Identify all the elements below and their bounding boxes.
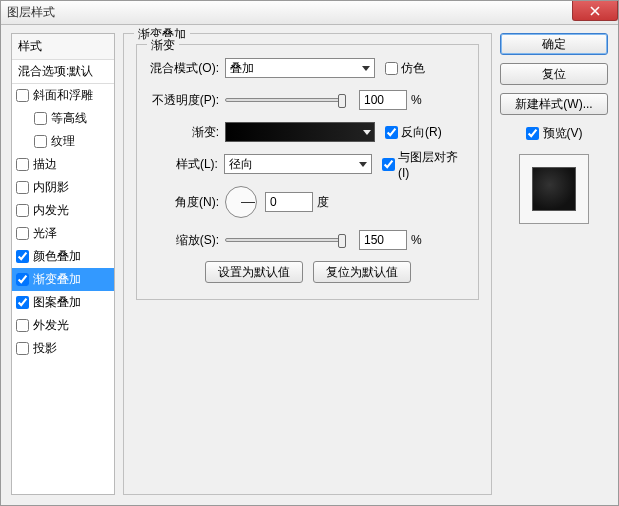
- dither-checkbox[interactable]: 仿色: [385, 60, 425, 77]
- style-item-checkbox[interactable]: [16, 204, 29, 217]
- preview-label: 预览(V): [543, 125, 583, 142]
- style-value: 径向: [229, 156, 253, 173]
- gradient-fieldset: 渐变 混合模式(O): 叠加 仿色 不透明度(P):: [136, 44, 479, 300]
- reverse-label: 反向(R): [401, 124, 442, 141]
- default-buttons-row: 设置为默认值 复位为默认值: [147, 261, 468, 283]
- middle-column: 渐变叠加 渐变 混合模式(O): 叠加 仿色: [123, 33, 492, 495]
- dialog-body: 样式 混合选项:默认 斜面和浮雕等高线纹理描边内阴影内发光光泽颜色叠加渐变叠加图…: [1, 25, 618, 505]
- window-title: 图层样式: [7, 4, 55, 21]
- style-item-label: 外发光: [33, 317, 69, 334]
- gradient-swatch[interactable]: [225, 122, 375, 142]
- style-item-label: 颜色叠加: [33, 248, 81, 265]
- style-item-等高线[interactable]: 等高线: [12, 107, 114, 130]
- style-item-checkbox[interactable]: [16, 342, 29, 355]
- style-item-label: 投影: [33, 340, 57, 357]
- slider-thumb[interactable]: [338, 234, 346, 248]
- angle-unit: 度: [317, 194, 329, 211]
- style-item-label: 内阴影: [33, 179, 69, 196]
- angle-needle: [241, 202, 255, 203]
- new-style-button[interactable]: 新建样式(W)...: [500, 93, 608, 115]
- style-item-描边[interactable]: 描边: [12, 153, 114, 176]
- preview-check-input[interactable]: [526, 127, 539, 140]
- dither-label: 仿色: [401, 60, 425, 77]
- blend-mode-label: 混合模式(O):: [147, 60, 225, 77]
- preview-checkbox[interactable]: 预览(V): [500, 125, 608, 142]
- left-column: 样式 混合选项:默认 斜面和浮雕等高线纹理描边内阴影内发光光泽颜色叠加渐变叠加图…: [11, 33, 115, 495]
- close-button[interactable]: [572, 1, 618, 21]
- style-item-渐变叠加[interactable]: 渐变叠加: [12, 268, 114, 291]
- right-column: 确定 复位 新建样式(W)... 预览(V): [500, 33, 608, 495]
- gradient-overlay-fieldset: 渐变叠加 渐变 混合模式(O): 叠加 仿色: [123, 33, 492, 495]
- style-item-checkbox[interactable]: [34, 135, 47, 148]
- style-item-投影[interactable]: 投影: [12, 337, 114, 360]
- dither-check-input[interactable]: [385, 62, 398, 75]
- style-item-内发光[interactable]: 内发光: [12, 199, 114, 222]
- style-item-label: 纹理: [51, 133, 75, 150]
- percent-unit: %: [411, 233, 422, 247]
- style-item-label: 图案叠加: [33, 294, 81, 311]
- reset-default-button[interactable]: 复位为默认值: [313, 261, 411, 283]
- style-item-斜面和浮雕[interactable]: 斜面和浮雕: [12, 84, 114, 107]
- style-item-光泽[interactable]: 光泽: [12, 222, 114, 245]
- opacity-slider[interactable]: [225, 98, 345, 102]
- style-item-label: 内发光: [33, 202, 69, 219]
- style-item-外发光[interactable]: 外发光: [12, 314, 114, 337]
- row-opacity: 不透明度(P): %: [147, 89, 468, 111]
- scale-input[interactable]: [359, 230, 407, 250]
- titlebar: 图层样式: [1, 1, 618, 25]
- style-item-label: 等高线: [51, 110, 87, 127]
- style-label: 样式(L):: [147, 156, 224, 173]
- style-item-checkbox[interactable]: [16, 250, 29, 263]
- set-default-button[interactable]: 设置为默认值: [205, 261, 303, 283]
- style-item-checkbox[interactable]: [16, 319, 29, 332]
- styles-list-box: 样式 混合选项:默认 斜面和浮雕等高线纹理描边内阴影内发光光泽颜色叠加渐变叠加图…: [11, 33, 115, 495]
- style-list: 斜面和浮雕等高线纹理描边内阴影内发光光泽颜色叠加渐变叠加图案叠加外发光投影: [12, 84, 114, 494]
- style-item-checkbox[interactable]: [16, 89, 29, 102]
- style-select[interactable]: 径向: [224, 154, 372, 174]
- style-item-checkbox[interactable]: [34, 112, 47, 125]
- style-item-颜色叠加[interactable]: 颜色叠加: [12, 245, 114, 268]
- style-item-checkbox[interactable]: [16, 296, 29, 309]
- style-item-checkbox[interactable]: [16, 158, 29, 171]
- row-style: 样式(L): 径向 与图层对齐(I): [147, 153, 468, 175]
- style-item-checkbox[interactable]: [16, 273, 29, 286]
- style-item-纹理[interactable]: 纹理: [12, 130, 114, 153]
- style-item-label: 描边: [33, 156, 57, 173]
- percent-unit: %: [411, 93, 422, 107]
- style-item-图案叠加[interactable]: 图案叠加: [12, 291, 114, 314]
- row-blend-mode: 混合模式(O): 叠加 仿色: [147, 57, 468, 79]
- blend-options-default[interactable]: 混合选项:默认: [12, 60, 114, 84]
- blend-mode-value: 叠加: [230, 60, 254, 77]
- row-gradient: 渐变: 反向(R): [147, 121, 468, 143]
- slider-thumb[interactable]: [338, 94, 346, 108]
- angle-dial[interactable]: [225, 186, 257, 218]
- chevron-down-icon: [359, 162, 367, 167]
- style-item-内阴影[interactable]: 内阴影: [12, 176, 114, 199]
- angle-input[interactable]: [265, 192, 313, 212]
- layer-style-dialog: 图层样式 样式 混合选项:默认 斜面和浮雕等高线纹理描边内阴影内发光光泽颜色叠加…: [0, 0, 619, 506]
- align-check-input[interactable]: [382, 158, 395, 171]
- scale-slider[interactable]: [225, 238, 345, 242]
- style-item-checkbox[interactable]: [16, 227, 29, 240]
- blend-mode-select[interactable]: 叠加: [225, 58, 375, 78]
- ok-button[interactable]: 确定: [500, 33, 608, 55]
- style-item-label: 光泽: [33, 225, 57, 242]
- style-item-label: 斜面和浮雕: [33, 87, 93, 104]
- preview-box: [519, 154, 589, 224]
- opacity-label: 不透明度(P):: [147, 92, 225, 109]
- row-scale: 缩放(S): %: [147, 229, 468, 251]
- inner-fieldset-title: 渐变: [147, 37, 179, 54]
- align-checkbox[interactable]: 与图层对齐(I): [382, 149, 468, 180]
- align-label: 与图层对齐(I): [398, 149, 468, 180]
- reverse-checkbox[interactable]: 反向(R): [385, 124, 442, 141]
- close-icon: [590, 6, 600, 16]
- styles-header[interactable]: 样式: [12, 34, 114, 60]
- scale-label: 缩放(S):: [147, 232, 225, 249]
- row-angle: 角度(N): 度: [147, 185, 468, 219]
- style-item-label: 渐变叠加: [33, 271, 81, 288]
- opacity-input[interactable]: [359, 90, 407, 110]
- cancel-button[interactable]: 复位: [500, 63, 608, 85]
- chevron-down-icon: [363, 130, 371, 135]
- style-item-checkbox[interactable]: [16, 181, 29, 194]
- reverse-check-input[interactable]: [385, 126, 398, 139]
